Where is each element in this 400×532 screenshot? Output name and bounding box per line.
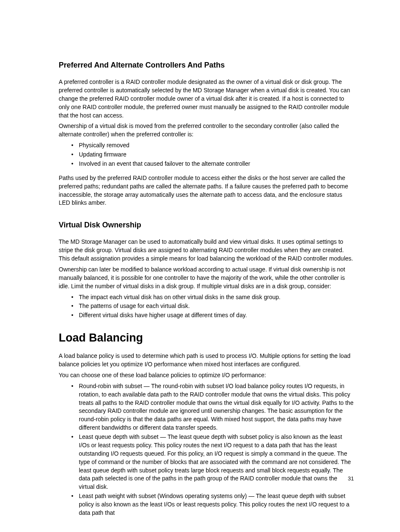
bullet-list: Round-robin with subset — The round-robi… <box>59 382 354 517</box>
bullet-list: The impact each virtual disk has on othe… <box>59 293 354 320</box>
document-page: Preferred And Alternate Controllers And … <box>0 0 400 517</box>
section-load-balancing: Load Balancing A load balance policy is … <box>59 331 354 517</box>
list-item: Least path weight with subset (Windows o… <box>79 492 354 517</box>
list-item: Least queue depth with subset — The leas… <box>79 433 354 491</box>
list-item: Round-robin with subset — The round-robi… <box>79 382 354 432</box>
list-item: The impact each virtual disk has on othe… <box>79 293 354 302</box>
paragraph: The MD Storage Manager can be used to au… <box>59 238 354 263</box>
paragraph: A load balance policy is used to determi… <box>59 352 354 369</box>
list-item: The patterns of usage for each virtual d… <box>79 302 354 310</box>
list-item: Physically removed <box>79 141 354 150</box>
heading-preferred-controllers: Preferred And Alternate Controllers And … <box>59 61 354 70</box>
paragraph: Ownership of a virtual disk is moved fro… <box>59 122 354 139</box>
section-virtual-disk-ownership: Virtual Disk Ownership The MD Storage Ma… <box>59 221 354 320</box>
list-item: Different virtual disks have higher usag… <box>79 311 354 320</box>
paragraph: Paths used by the preferred RAID control… <box>59 174 354 208</box>
heading-virtual-disk-ownership: Virtual Disk Ownership <box>59 221 354 229</box>
paragraph: Ownership can later be modified to balan… <box>59 266 354 291</box>
paragraph: A preferred controller is a RAID control… <box>59 78 354 120</box>
page-number: 31 <box>348 475 354 482</box>
section-preferred-controllers: Preferred And Alternate Controllers And … <box>59 61 354 207</box>
bullet-list: Physically removed Updating firmware Inv… <box>59 141 354 168</box>
paragraph: You can choose one of these load balance… <box>59 371 354 380</box>
heading-load-balancing: Load Balancing <box>59 331 354 344</box>
list-item: Involved in an event that caused failove… <box>79 160 354 168</box>
list-item: Updating firmware <box>79 151 354 159</box>
